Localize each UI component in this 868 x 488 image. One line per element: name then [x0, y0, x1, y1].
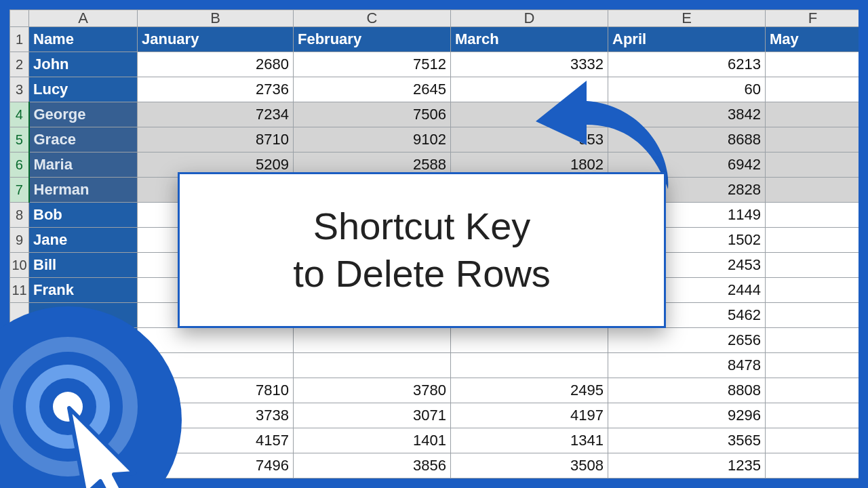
row-header[interactable]: 11 [10, 278, 29, 303]
data-cell[interactable]: 6213 [608, 52, 766, 77]
column-header[interactable]: A [29, 10, 138, 27]
row-header[interactable] [10, 403, 29, 428]
data-cell[interactable]: 4197 [451, 403, 608, 428]
data-cell[interactable]: 60 [608, 77, 766, 102]
data-cell[interactable] [766, 378, 859, 403]
name-cell[interactable]: Bill [29, 253, 138, 278]
column-header[interactable]: D [451, 10, 608, 27]
column-header[interactable]: B [138, 10, 294, 27]
row-header[interactable]: 1 [10, 27, 29, 52]
data-cell[interactable]: 9296 [608, 403, 766, 428]
data-cell[interactable]: 953 [451, 127, 608, 152]
data-cell[interactable]: 8478 [608, 353, 766, 378]
data-cell[interactable] [451, 77, 608, 102]
data-cell[interactable] [766, 253, 859, 278]
data-cell[interactable] [294, 328, 451, 353]
name-cell[interactable] [29, 328, 138, 353]
name-cell[interactable]: Lucy [29, 77, 138, 102]
data-cell[interactable] [766, 453, 859, 479]
row-header[interactable] [10, 303, 29, 328]
header-month[interactable]: May [766, 27, 859, 52]
name-cell[interactable]: Frank [29, 278, 138, 303]
row-header[interactable]: 2 [10, 52, 29, 77]
row-header[interactable] [10, 453, 29, 479]
row-header[interactable]: 5 [10, 127, 29, 152]
data-cell[interactable]: 8688 [608, 127, 766, 152]
row-header[interactable]: 9 [10, 228, 29, 253]
data-cell[interactable] [766, 127, 859, 152]
row-header[interactable] [10, 378, 29, 403]
row-header[interactable]: 3 [10, 77, 29, 102]
data-cell[interactable]: 2736 [138, 77, 294, 102]
data-cell[interactable]: 2656 [608, 328, 766, 353]
data-cell[interactable]: 1235 [608, 453, 766, 479]
table-row[interactable]: 4George723475063842 [10, 102, 859, 127]
row-header[interactable] [10, 428, 29, 453]
data-cell[interactable] [766, 428, 859, 453]
row-header[interactable]: 7 [10, 178, 29, 203]
data-cell[interactable] [451, 353, 608, 378]
data-cell[interactable] [766, 77, 859, 102]
name-cell[interactable]: Bob [29, 203, 138, 228]
header-month[interactable]: February [294, 27, 451, 52]
table-row[interactable]: 7496385635081235 [10, 453, 859, 479]
data-cell[interactable]: 2495 [451, 378, 608, 403]
data-cell[interactable]: 3565 [608, 428, 766, 453]
data-cell[interactable]: 8710 [138, 127, 294, 152]
name-cell[interactable]: Jane [29, 228, 138, 253]
name-cell[interactable] [29, 353, 138, 378]
name-cell[interactable]: Herman [29, 178, 138, 203]
name-cell[interactable]: George [29, 102, 138, 127]
data-cell[interactable]: 7810 [138, 378, 294, 403]
data-cell[interactable] [766, 228, 859, 253]
data-cell[interactable] [766, 403, 859, 428]
data-cell[interactable] [766, 203, 859, 228]
data-cell[interactable] [766, 353, 859, 378]
data-cell[interactable] [766, 178, 859, 203]
row-header[interactable]: 4 [10, 102, 29, 127]
data-cell[interactable]: 8808 [608, 378, 766, 403]
header-month[interactable]: March [451, 27, 608, 52]
data-cell[interactable] [766, 52, 859, 77]
row-header[interactable]: 6 [10, 152, 29, 178]
data-cell[interactable]: 3508 [451, 453, 608, 479]
name-cell[interactable] [29, 453, 138, 479]
table-row[interactable]: 7810378024958808 [10, 378, 859, 403]
data-cell[interactable]: 2645 [294, 77, 451, 102]
table-row[interactable]: 2656 [10, 328, 859, 353]
data-cell[interactable]: 4157 [138, 428, 294, 453]
name-cell[interactable] [29, 428, 138, 453]
data-cell[interactable]: 3738 [138, 403, 294, 428]
data-cell[interactable] [451, 328, 608, 353]
column-header[interactable]: E [608, 10, 766, 27]
row-header[interactable] [10, 328, 29, 353]
name-cell[interactable]: Grace [29, 127, 138, 152]
data-cell[interactable]: 1341 [451, 428, 608, 453]
data-cell[interactable] [138, 328, 294, 353]
data-cell[interactable]: 3332 [451, 52, 608, 77]
data-cell[interactable]: 7506 [294, 102, 451, 127]
name-cell[interactable] [29, 378, 138, 403]
data-cell[interactable] [766, 102, 859, 127]
data-cell[interactable] [766, 152, 859, 178]
table-row[interactable]: 4157140113413565 [10, 428, 859, 453]
data-cell[interactable] [766, 303, 859, 328]
column-header[interactable]: F [766, 10, 859, 27]
name-cell[interactable] [29, 403, 138, 428]
table-row[interactable]: 5Grace871091029538688 [10, 127, 859, 152]
data-cell[interactable]: 3842 [608, 102, 766, 127]
data-cell[interactable] [766, 278, 859, 303]
data-cell[interactable]: 1401 [294, 428, 451, 453]
header-month[interactable]: January [138, 27, 294, 52]
row-header[interactable] [10, 353, 29, 378]
data-cell[interactable]: 7496 [138, 453, 294, 479]
table-row[interactable]: 3738307141979296 [10, 403, 859, 428]
data-cell[interactable] [138, 353, 294, 378]
header-month[interactable]: April [608, 27, 766, 52]
data-cell[interactable]: 7234 [138, 102, 294, 127]
table-row[interactable]: 3Lucy2736264560 [10, 77, 859, 102]
name-cell[interactable]: John [29, 52, 138, 77]
table-row[interactable]: 2John2680751233326213 [10, 52, 859, 77]
data-cell[interactable] [294, 353, 451, 378]
data-cell[interactable] [766, 328, 859, 353]
